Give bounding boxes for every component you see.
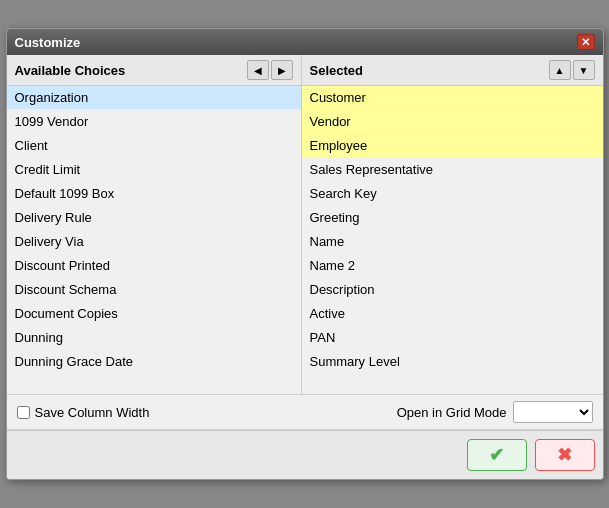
list-item[interactable]: Active xyxy=(302,302,603,326)
action-bar: ✔ ✖ xyxy=(7,430,603,479)
list-item[interactable]: Dunning xyxy=(7,326,301,350)
grid-mode-area: Open in Grid Mode Yes No xyxy=(397,401,593,423)
grid-mode-select[interactable]: Yes No xyxy=(513,401,593,423)
left-panel-header: Available Choices ◀ ▶ xyxy=(7,55,301,86)
list-item[interactable]: 1099 Vendor xyxy=(7,110,301,134)
ok-icon: ✔ xyxy=(489,444,504,466)
list-item[interactable]: Document Copies xyxy=(7,302,301,326)
list-item[interactable]: Delivery Via xyxy=(7,230,301,254)
bottom-bar: Save Column Width Open in Grid Mode Yes … xyxy=(7,395,603,430)
list-item[interactable]: Summary Level xyxy=(302,350,603,374)
right-panel-header: Selected ▲ ▼ xyxy=(302,55,603,86)
ok-button[interactable]: ✔ xyxy=(467,439,527,471)
list-item[interactable]: PAN xyxy=(302,326,603,350)
list-item[interactable]: Organization xyxy=(7,86,301,110)
save-column-width-area: Save Column Width xyxy=(17,405,150,420)
list-item[interactable]: Client xyxy=(7,134,301,158)
open-in-grid-label: Open in Grid Mode xyxy=(397,405,507,420)
save-column-width-checkbox[interactable] xyxy=(17,406,30,419)
list-item[interactable]: Customer xyxy=(302,86,603,110)
left-panel: Available Choices ◀ ▶ Organization1099 V… xyxy=(7,55,302,394)
columns-area: Available Choices ◀ ▶ Organization1099 V… xyxy=(7,55,603,395)
nav-next-button[interactable]: ▶ xyxy=(271,60,293,80)
selected-list[interactable]: CustomerVendorEmployeeSales Representati… xyxy=(302,86,603,394)
list-item[interactable]: Discount Schema xyxy=(7,278,301,302)
list-item[interactable]: Discount Printed xyxy=(7,254,301,278)
list-item[interactable]: Dunning Grace Date xyxy=(7,350,301,374)
cancel-button[interactable]: ✖ xyxy=(535,439,595,471)
list-item[interactable]: Credit Limit xyxy=(7,158,301,182)
list-item[interactable]: Name 2 xyxy=(302,254,603,278)
available-choices-label: Available Choices xyxy=(15,63,126,78)
nav-prev-button[interactable]: ◀ xyxy=(247,60,269,80)
move-up-button[interactable]: ▲ xyxy=(549,60,571,80)
nav-buttons: ◀ ▶ xyxy=(247,60,293,80)
right-panel: Selected ▲ ▼ CustomerVendorEmployeeSales… xyxy=(302,55,603,394)
dialog-title: Customize xyxy=(15,35,81,50)
list-item[interactable]: Greeting xyxy=(302,206,603,230)
list-item[interactable]: Sales Representative xyxy=(302,158,603,182)
cancel-icon: ✖ xyxy=(557,444,572,466)
list-item[interactable]: Default 1099 Box xyxy=(7,182,301,206)
selected-label: Selected xyxy=(310,63,363,78)
title-bar: Customize ✕ xyxy=(7,29,603,55)
list-item[interactable]: Vendor xyxy=(302,110,603,134)
sort-buttons: ▲ ▼ xyxy=(549,60,595,80)
close-button[interactable]: ✕ xyxy=(577,34,595,50)
list-item[interactable]: Search Key xyxy=(302,182,603,206)
list-item[interactable]: Description xyxy=(302,278,603,302)
customize-dialog: Customize ✕ Available Choices ◀ ▶ Organi… xyxy=(6,28,604,480)
list-item[interactable]: Name xyxy=(302,230,603,254)
save-column-width-label: Save Column Width xyxy=(35,405,150,420)
available-choices-list[interactable]: Organization1099 VendorClientCredit Limi… xyxy=(7,86,301,394)
move-down-button[interactable]: ▼ xyxy=(573,60,595,80)
list-item[interactable]: Employee xyxy=(302,134,603,158)
list-item[interactable]: Delivery Rule xyxy=(7,206,301,230)
